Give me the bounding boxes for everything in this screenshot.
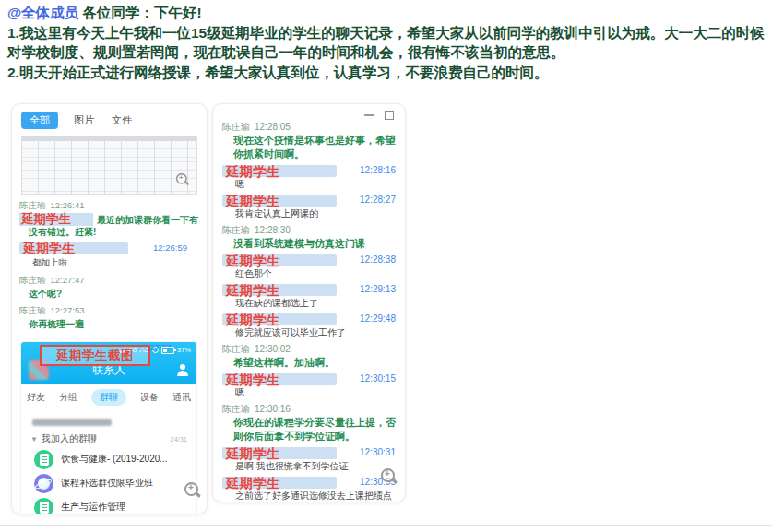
group-avatar	[34, 450, 53, 469]
phone-tab[interactable]: 好友	[27, 391, 45, 404]
sender-name: 陈庄瑜	[222, 404, 250, 414]
redacted-name-blur: 延期学生	[222, 254, 337, 266]
group-avatar	[34, 474, 53, 493]
sender-name: 陈庄瑜	[19, 305, 46, 315]
teacher-message: 陈庄瑜12:28:30 没看到系统建模与仿真这门课	[222, 224, 396, 251]
teacher-message: 陈庄瑜12:26:41 延期学生最近的加课群你看一下有没有错过。赶紧!	[19, 200, 199, 238]
phone-tab[interactable]: 群聊	[91, 389, 126, 406]
phone-tab[interactable]: 设备	[140, 391, 159, 404]
message-body: 你再梳理一遍	[29, 319, 84, 329]
message-body: 希望这样啊。加油啊。	[233, 357, 335, 368]
message-time: 12:30:16	[255, 404, 291, 414]
page-divider	[0, 525, 772, 526]
message-meta: 陈庄瑜12:27:47	[19, 275, 199, 287]
group-list-item[interactable]: 生产与运作管理	[21, 495, 196, 514]
message-meta: 延期学生 12:30:55	[222, 477, 396, 489]
message-time: 12:30:15	[360, 373, 396, 384]
spreadsheet-screenshot[interactable]	[21, 136, 197, 195]
message-time: 12:26:59	[153, 242, 187, 253]
message-meta: 陈庄瑜12:28:30	[222, 224, 396, 237]
student-message: 延期学生 12:26:59 都加上啦	[19, 242, 199, 269]
notice-paragraph-2: 2.明天开始正式进行网络授课，希望大家认真到位，认真学习，不要浪费自己的时间。	[7, 63, 766, 83]
message-time: 12:28:30	[255, 225, 291, 235]
notice-greeting: 各位同学：下午好!	[82, 5, 201, 20]
group-name: 课程补选群仅限毕业班	[61, 477, 153, 490]
redacted-student-stamp: 延期学生	[226, 372, 279, 389]
blurred-group-row	[32, 419, 112, 426]
redacted-name-blur: 延期学生	[222, 373, 337, 385]
group-name: 生产与运作管理	[61, 501, 125, 514]
student-message: 延期学生 12:30:55 之前选了好多通识选修没去上课把绩点拉了好多下来	[222, 477, 396, 502]
message-meta: 陈庄瑜12:28:05	[222, 121, 396, 134]
redacted-student-stamp: 延期学生	[19, 213, 93, 226]
message-body: 都加上啦	[32, 257, 199, 269]
message-meta: 延期学生 12:30:15	[222, 373, 396, 385]
message-time: 12:29:13	[360, 284, 396, 294]
phone-screenshot-message: 12:27:57 延期学生截图 4G HD 37% 联系人 好友分组群聊设	[19, 342, 199, 514]
notice-line-1: @全体成员 各位同学：下午好!	[7, 3, 766, 23]
message-text: 你再梳理一遍	[29, 318, 199, 330]
maximize-icon[interactable]	[385, 111, 394, 120]
message-body: 这个呢?	[29, 289, 62, 299]
message-body: 你现在的课程学分要尽量往上提，否则你后面拿不到学位证啊。	[233, 417, 396, 442]
redacted-student-stamp: 延期学生	[226, 475, 279, 492]
redacted-student-stamp: 延期学生	[226, 163, 279, 181]
group-section-header[interactable]: ▼我加入的群聊 24/31	[21, 426, 196, 447]
teacher-message: 陈庄瑜12:30:02 希望这样啊。加油啊。	[222, 343, 396, 370]
student-message: 延期学生 12:30:15 嗯	[222, 373, 396, 399]
redacted-student-stamp: 延期学生	[226, 253, 279, 270]
zoom-in-icon[interactable]	[381, 468, 398, 485]
redacted-student-stamp: 延期学生	[226, 193, 279, 210]
message-text: 现在这个疫情是坏事也是好事，希望你抓紧时间啊。	[233, 134, 396, 161]
zoom-in-icon[interactable]	[176, 173, 189, 186]
sender-name: 陈庄瑜	[222, 122, 250, 132]
zoom-in-icon[interactable]	[184, 482, 201, 499]
battery-percent: 37%	[177, 346, 191, 354]
filter-tab[interactable]: 文件	[110, 112, 134, 129]
redacted-name-blur: 延期学生	[222, 477, 337, 489]
redacted-name-blur: 延期学生	[222, 447, 337, 459]
mention-all-link[interactable]: @全体成员	[7, 5, 78, 20]
teacher-message: 陈庄瑜12:28:05 现在这个疫情是坏事也是好事，希望你抓紧时间啊。	[222, 121, 396, 161]
student-message: 延期学生 12:29:13 现在缺的课都选上了	[222, 284, 396, 310]
window-controls	[364, 111, 394, 120]
redacted-student-stamp: 延期学生	[226, 282, 279, 300]
message-time: 12:30:02	[255, 344, 291, 354]
redacted-name-blur: 延期学生	[222, 165, 337, 177]
student-message: 延期学生 12:28:27 我肯定认真上网课的	[222, 195, 396, 220]
message-meta: 延期学生 12:29:13	[222, 284, 396, 296]
chevron-down-icon: ▼	[30, 435, 38, 443]
filter-tab[interactable]: 全部	[21, 112, 58, 129]
phone-tab[interactable]: 分组	[59, 391, 77, 404]
phone-screenshot[interactable]: 4G HD 37% 联系人 好友分组群聊设备通讯 ▼我加入的群聊 24/31	[21, 342, 196, 514]
message-time: 12:29:48	[360, 313, 396, 324]
group-list-item[interactable]: 课程补选群仅限毕业班	[21, 471, 196, 495]
message-body: 没看到系统建模与仿真这门课	[233, 238, 365, 249]
sender-name: 陈庄瑜	[19, 200, 46, 210]
add-contact-icon[interactable]	[176, 364, 189, 376]
message-time: 12:30:31	[360, 447, 396, 457]
group-list-item[interactable]: 饮食与健康- (2019-2020...	[21, 447, 196, 471]
message-meta: 延期学生 12:28:16	[222, 165, 396, 177]
message-meta: 陈庄瑜12:27:53	[19, 305, 199, 317]
section-count: 24/31	[170, 435, 187, 443]
message-time: 12:26:41	[51, 200, 85, 210]
teacher-message: 陈庄瑜12:30:16 你现在的课程学分要尽量往上提，否则你后面拿不到学位证啊。	[222, 403, 396, 443]
notice-paragraph-1: 1.我这里有今天上午我和一位15级延期毕业的学生的聊天记录，希望大家从以前同学的…	[7, 23, 766, 63]
phone-tab[interactable]: 通讯	[172, 391, 191, 404]
message-text: 延期学生最近的加课群你看一下有没有错过。赶紧!	[29, 213, 199, 238]
contact-tabs: 好友分组群聊设备通讯	[21, 384, 196, 409]
minimize-icon[interactable]	[364, 114, 374, 116]
student-message: 延期学生 12:28:38 红色那个	[222, 254, 396, 280]
filter-tab[interactable]: 图片	[72, 112, 96, 129]
message-list: 陈庄瑜12:26:41 延期学生最近的加课群你看一下有没有错过。赶紧! 延期学生…	[19, 200, 199, 330]
group-notice: @全体成员 各位同学：下午好! 1.我这里有今天上午我和一位15级延期毕业的学生…	[7, 3, 766, 82]
message-meta: 陈庄瑜12:30:02	[222, 343, 396, 356]
message-text: 你现在的课程学分要尽量往上提，否则你后面拿不到学位证啊。	[233, 416, 396, 443]
message-time: 12:28:27	[360, 195, 396, 205]
message-time: 12:27:53	[51, 305, 85, 315]
message-text: 这个呢?	[29, 288, 199, 300]
battery-icon	[161, 347, 174, 354]
redacted-student-stamp: 延期学生	[226, 312, 279, 329]
message-time: 12:27:47	[51, 275, 85, 285]
